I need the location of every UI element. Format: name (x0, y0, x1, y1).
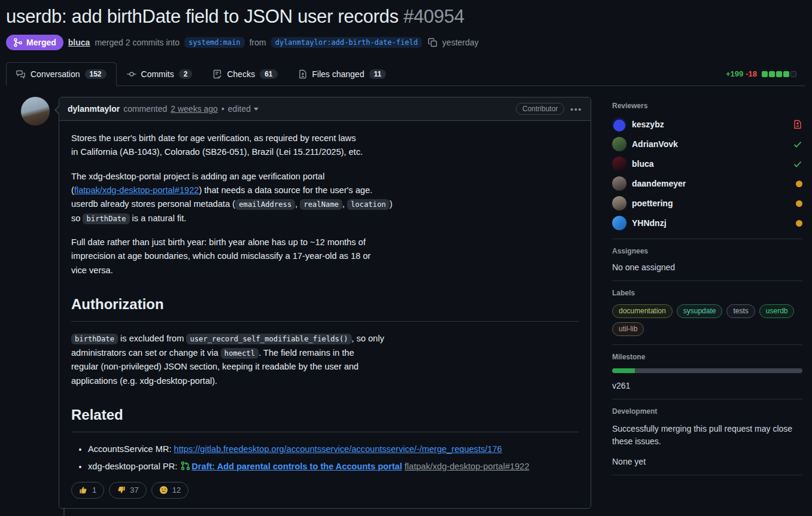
reviewer-name: keszybz (632, 120, 664, 129)
merged-badge-label: Merged (26, 38, 56, 47)
pr-meta-row: Merged bluca merged 2 commits into syste… (6, 35, 805, 50)
milestone-progress-fill (612, 368, 635, 373)
assignees-empty-text: No one assigned (612, 262, 802, 272)
pr-link-ref[interactable]: flatpak/xdg-desktop-portal#1922 (405, 462, 530, 471)
labels-heading: Labels (612, 289, 802, 297)
merge-action-text: merged 2 commits into (95, 38, 180, 47)
section-heading-related: Related (71, 404, 579, 432)
reviewer-name: poettering (632, 199, 673, 208)
tab-commits-count: 2 (179, 69, 193, 79)
inline-code: user_record_self_modifiable_fields() (186, 334, 351, 344)
diffstat: +199 -18 (726, 69, 796, 86)
text-segment: is a natural fit. (130, 213, 187, 223)
merged-status-badge: Merged (6, 35, 63, 50)
reaction-confused[interactable]: 12 (151, 482, 188, 499)
from-text: from (250, 38, 266, 47)
reviewer-avatar (612, 216, 627, 230)
label-documentation[interactable]: documentation (612, 304, 673, 318)
pr-tab-bar: Conversation 152 Commits 2 Checks 61 (6, 62, 805, 86)
milestone-progress-bar (612, 368, 802, 373)
inline-code: realName (300, 199, 342, 210)
comment-action-text: commented (123, 104, 167, 114)
tab-files-changed-label: Files changed (312, 69, 364, 79)
inline-code: homectl (221, 348, 258, 359)
copy-branch-icon[interactable] (428, 38, 437, 47)
related-list: AccountsService MR: https://gitlab.freed… (71, 442, 579, 474)
label-sysupdate[interactable]: sysupdate (677, 304, 723, 318)
external-link[interactable]: https://gitlab.freedesktop.org/accountss… (174, 444, 502, 454)
file-diff-icon (298, 69, 308, 79)
tab-commits[interactable]: Commits 2 (117, 62, 203, 86)
paragraph: Full date rather than just birth year: b… (71, 236, 579, 277)
reviewer-row[interactable]: YHNdnzj (612, 216, 802, 230)
tab-commits-label: Commits (141, 69, 174, 79)
pending-review-dot (796, 181, 802, 187)
base-branch-pill[interactable]: systemd:main (184, 37, 245, 48)
pr-number: #40954 (403, 6, 464, 27)
diffstat-block-green (769, 71, 775, 77)
milestone-section: Milestone v261 (612, 345, 802, 399)
merged-by-user-link[interactable]: bluca (68, 38, 90, 47)
reviewer-row[interactable]: bluca (612, 157, 802, 171)
reviewer-name: bluca (632, 159, 654, 169)
comment-timestamp-link[interactable]: 2 weeks ago (171, 104, 218, 114)
git-pull-request-icon (181, 461, 190, 471)
reaction-thumbs-down[interactable]: 37 (109, 482, 146, 499)
text-segment: is excluded from (118, 334, 186, 343)
issue-link[interactable]: flatpak/xdg-desktop-portal#1922 (74, 185, 199, 195)
head-branch-pill[interactable]: dylanmtaylor:add-birth-date-field (271, 37, 422, 48)
milestone-title[interactable]: v261 (612, 381, 802, 390)
comment-header: dylanmtaylor commented 2 weeks ago • edi… (59, 97, 591, 121)
text-segment: xdg-desktop-portal PR: (88, 462, 180, 471)
reviewer-avatar (612, 157, 627, 171)
label-util-lib[interactable]: util-lib (612, 322, 644, 336)
reaction-count: 37 (130, 484, 138, 497)
tab-checks[interactable]: Checks 61 (202, 62, 287, 86)
reaction-count: 12 (172, 484, 181, 497)
assignees-heading: Assignees (612, 247, 802, 255)
pr-link[interactable]: Draft: Add parental controls to the Acco… (191, 462, 402, 471)
confused-face-icon (159, 486, 168, 494)
reviewer-row[interactable]: poettering (612, 196, 802, 210)
inline-code: birthDate (83, 213, 129, 224)
comment-author-link[interactable]: dylanmtaylor (68, 104, 120, 114)
inline-code: emailAddress (235, 199, 295, 210)
changes-requested-icon (793, 120, 802, 129)
edited-history-menu[interactable]: edited (228, 104, 258, 114)
edited-label: edited (228, 104, 251, 114)
reactions-row: 1 37 12 (71, 482, 579, 499)
comment-body: Stores the user's birth date for age ver… (59, 121, 591, 508)
timeline-connector-line (63, 508, 65, 516)
tab-checks-count: 61 (260, 69, 277, 79)
label-userdb[interactable]: userdb (759, 304, 795, 318)
tab-conversation-label: Conversation (31, 69, 80, 79)
comment-author-avatar[interactable] (21, 97, 50, 126)
git-merge-icon (13, 38, 23, 47)
diffstat-additions: +199 (726, 69, 743, 78)
list-item: AccountsService MR: https://gitlab.freed… (88, 442, 579, 456)
tab-files-changed-count: 11 (369, 69, 387, 79)
inline-code: birthDate (71, 334, 118, 344)
thumbs-up-icon (79, 486, 88, 494)
label-tests[interactable]: tests (726, 304, 755, 318)
reviewer-row[interactable]: AdrianVovk (612, 137, 802, 151)
reaction-count: 1 (92, 484, 96, 497)
development-text: Successfully merging this pull request m… (612, 423, 802, 448)
kebab-menu-icon[interactable]: ••• (570, 105, 582, 114)
tab-conversation[interactable]: Conversation 152 (6, 62, 117, 86)
reviewer-row[interactable]: daandemeyer (612, 176, 802, 191)
tab-conversation-count: 152 (85, 69, 107, 79)
reaction-thumbs-up[interactable]: 1 (71, 482, 104, 499)
milestone-heading: Milestone (612, 353, 802, 361)
tab-files-changed[interactable]: Files changed 11 (288, 62, 397, 86)
chevron-down-icon (254, 108, 258, 111)
reviewer-row[interactable]: keszybz (612, 117, 802, 132)
comment-discussion-icon (16, 69, 26, 79)
pr-description-comment: dylanmtaylor commented 2 weeks ago • edi… (59, 97, 591, 509)
paragraph: The xdg-desktop-portal project is adding… (71, 170, 579, 225)
development-section: Development Successfully merging this pu… (612, 399, 802, 475)
diffstat-block-green (776, 71, 782, 77)
reviewer-name: YHNdnzj (632, 218, 667, 228)
reviewers-heading: Reviewers (612, 102, 802, 110)
section-heading-authorization: Authorization (71, 293, 579, 322)
